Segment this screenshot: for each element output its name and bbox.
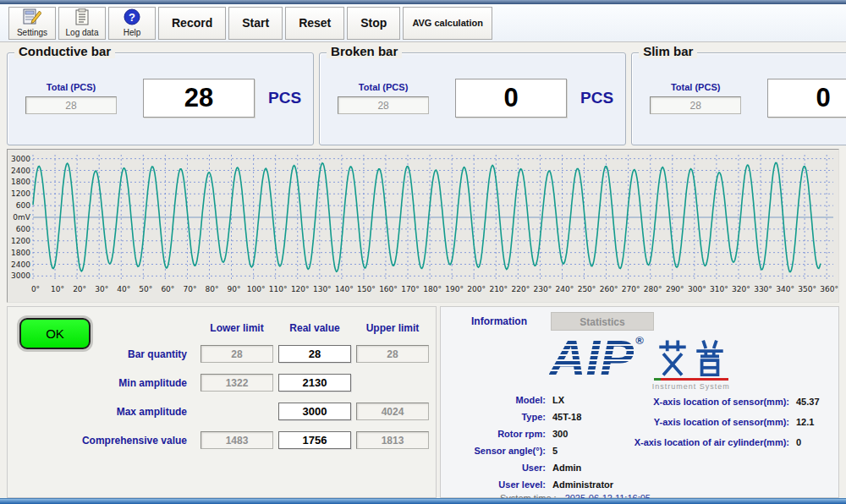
- svg-text:70°: 70°: [183, 285, 196, 293]
- toolbar-button-record[interactable]: Record: [158, 7, 226, 40]
- info-field-label: Y-axis location of sensor(mm):: [568, 417, 789, 427]
- svg-text:2400: 2400: [11, 260, 30, 269]
- svg-text:600: 600: [16, 225, 30, 233]
- info-field-label: User:: [446, 463, 546, 473]
- limits-real-input[interactable]: [278, 345, 351, 363]
- svg-text:10°: 10°: [51, 285, 64, 293]
- svg-text:80°: 80°: [206, 285, 219, 293]
- svg-text:3000: 3000: [11, 271, 30, 280]
- tab-information[interactable]: Information: [448, 312, 551, 331]
- toolbar-button-reset[interactable]: Reset: [285, 7, 344, 40]
- limits-cell-empty: [356, 374, 429, 392]
- app-window: SettingsLog data?HelpRecordStartResetSto…: [0, 0, 846, 504]
- settings-icon: [23, 8, 41, 27]
- svg-text:200°: 200°: [467, 285, 486, 293]
- limits-lower-input[interactable]: [201, 374, 273, 392]
- svg-text:350°: 350°: [798, 285, 816, 293]
- svg-text:150°: 150°: [357, 285, 376, 293]
- toolbar-button-settings[interactable]: Settings: [8, 7, 56, 40]
- toolbar: SettingsLog data?HelpRecordStartResetSto…: [0, 4, 846, 42]
- limits-lower-input[interactable]: [201, 431, 273, 449]
- info-field-value: 0: [796, 437, 801, 447]
- info-field-label: Type:: [446, 412, 546, 422]
- svg-text:?: ?: [129, 11, 135, 24]
- unit-label: PCS: [580, 89, 613, 107]
- svg-text:1800: 1800: [11, 249, 30, 257]
- panel-body: Total (PCS)28PCS: [8, 53, 313, 118]
- limits-table: Lower limitReal valueUpper limitBar quan…: [50, 322, 429, 449]
- panel-slim-bar: Slim barTotal (PCS)0PCS: [631, 52, 846, 145]
- logo-underline: [654, 378, 728, 381]
- toolbar-button-label: Log data: [66, 28, 99, 37]
- svg-text:360°: 360°: [820, 285, 838, 293]
- svg-text:130°: 130°: [313, 285, 332, 293]
- limits-real-input[interactable]: [278, 431, 351, 449]
- svg-text:270°: 270°: [622, 285, 640, 293]
- tab-statistics[interactable]: Statistics: [551, 312, 654, 331]
- panel-title: Slim bar: [639, 44, 697, 58]
- svg-text:290°: 290°: [666, 285, 684, 293]
- unit-label: PCS: [268, 89, 301, 107]
- toolbar-button-label: Help: [124, 28, 141, 37]
- svg-text:90°: 90°: [228, 285, 241, 293]
- svg-text:210°: 210°: [489, 285, 508, 293]
- total-column: Total (PCS): [21, 82, 121, 114]
- limits-panel: OK Lower limitReal valueUpper limitBar q…: [7, 306, 437, 498]
- info-field-label: Rotor rpm:: [446, 429, 546, 439]
- taskbar: [0, 498, 846, 504]
- waveform-chart: 0°10°20°30°40°50°60°70°80°90°100°110°120…: [7, 149, 839, 303]
- svg-text:300°: 300°: [688, 285, 706, 293]
- registered-mark-icon: ®: [635, 334, 644, 347]
- help-icon: ?: [124, 8, 140, 27]
- toolbar-button-label: AVG calculation: [412, 18, 483, 28]
- waveform-svg: 0°10°20°30°40°50°60°70°80°90°100°110°120…: [8, 150, 838, 302]
- limits-upper-input[interactable]: [356, 345, 429, 363]
- limits-header: Upper limit: [356, 322, 429, 334]
- panel-conductive-bar: Conductive barTotal (PCS)28PCS: [7, 52, 314, 145]
- toolbar-button-label: Settings: [17, 28, 47, 37]
- limits-row-label: Comprehensive value: [50, 435, 195, 446]
- info-field: User level:Administrator: [446, 476, 613, 493]
- toolbar-button-log-data[interactable]: Log data: [58, 7, 106, 40]
- svg-text:140°: 140°: [335, 285, 354, 293]
- info-field: X-axis location of sensor(mm):45.37: [568, 392, 820, 412]
- total-column: Total (PCS): [645, 82, 745, 114]
- aip-logo-text: AIP: [549, 336, 634, 381]
- toolbar-button-start[interactable]: Start: [228, 7, 283, 40]
- limits-real-input[interactable]: [278, 403, 351, 420]
- svg-text:0mV: 0mV: [13, 213, 30, 222]
- limits-header: Lower limit: [201, 322, 273, 334]
- total-input[interactable]: [25, 96, 117, 114]
- total-label: Total (PCS): [671, 82, 720, 92]
- limits-upper-input[interactable]: [356, 403, 429, 420]
- toolbar-button-avg-calculation[interactable]: AVG calculation: [403, 7, 492, 40]
- info-field-value: LX: [552, 395, 564, 405]
- total-input[interactable]: [650, 96, 741, 114]
- toolbar-button-help[interactable]: ?Help: [108, 7, 156, 40]
- toolbar-button-label: Stop: [360, 16, 387, 30]
- cjk-glyphs-icon: [656, 339, 726, 376]
- svg-text:1200: 1200: [11, 189, 30, 198]
- total-input[interactable]: [338, 96, 429, 114]
- svg-text:230°: 230°: [534, 285, 552, 293]
- panel-title: Broken bar: [327, 44, 402, 58]
- svg-text:60°: 60°: [161, 285, 174, 293]
- svg-text:220°: 220°: [511, 285, 530, 293]
- limits-lower-input[interactable]: [201, 345, 273, 363]
- counter-panels: Conductive barTotal (PCS)28PCSBroken bar…: [0, 46, 846, 145]
- toolbar-button-stop[interactable]: Stop: [347, 7, 400, 40]
- svg-text:2400: 2400: [11, 167, 30, 175]
- log-data-icon: [74, 8, 90, 27]
- info-field-value: 5: [552, 446, 558, 456]
- limits-row-label: Max amplitude: [50, 406, 195, 418]
- info-field-value: 45.37: [796, 397, 820, 407]
- svg-text:20°: 20°: [73, 285, 86, 293]
- info-field: User:Admin: [446, 459, 613, 476]
- total-column: Total (PCS): [333, 82, 433, 114]
- limits-upper-input[interactable]: [356, 431, 429, 449]
- limits-real-input[interactable]: [278, 374, 351, 392]
- info-field: X-axis location of air cylinder(mm):0: [568, 432, 820, 452]
- svg-text:170°: 170°: [401, 285, 420, 293]
- svg-text:3000: 3000: [11, 155, 30, 163]
- svg-text:1800: 1800: [11, 178, 30, 186]
